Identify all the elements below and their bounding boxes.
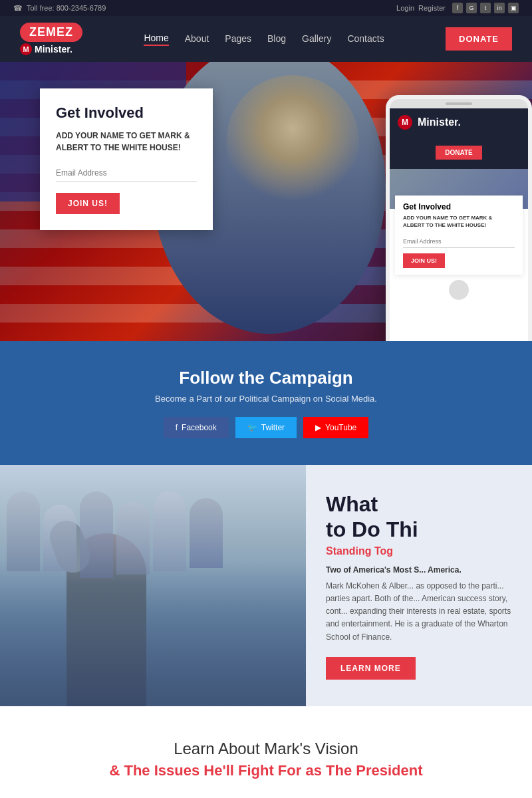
mobile-preview: M Minister. DONATE Get Involved ADD YOUR… bbox=[386, 95, 532, 341]
hero-card-title: Get Involved bbox=[56, 104, 197, 122]
twitter-label: Twitter bbox=[261, 423, 285, 432]
hero-face bbox=[226, 75, 359, 208]
mobile-email-input[interactable] bbox=[403, 235, 515, 248]
top-bar: ☎ Toll free: 800-2345-6789 Login Registe… bbox=[0, 0, 532, 16]
social-buttons: f Facebook 🐦 Twitter ▶ YouTube bbox=[13, 417, 519, 438]
mobile-join-button[interactable]: JOIN US! bbox=[403, 253, 445, 268]
vision-line1: Learn About Mark's Vision bbox=[13, 739, 519, 758]
youtube-icon: ▶ bbox=[315, 423, 321, 432]
vision-section: Learn About Mark's Vision & The Issues H… bbox=[0, 706, 532, 798]
nav-gallery[interactable]: Gallery bbox=[302, 33, 331, 45]
social-icon-twitter[interactable]: t bbox=[480, 3, 491, 13]
facebook-label: Facebook bbox=[182, 423, 217, 432]
learn-more-button[interactable]: LEARN MORE bbox=[326, 657, 416, 680]
nav-pages[interactable]: Pages bbox=[225, 33, 251, 45]
mobile-card: Get Involved ADD YOUR NAME TO GET MARK &… bbox=[395, 196, 523, 275]
logo-sub: M Minister. bbox=[20, 43, 72, 55]
what-desc-title: Two of America's Most S... America. bbox=[326, 565, 512, 575]
auth-links: Login Register bbox=[396, 4, 446, 12]
what-content: What to Do Thi Standing Tog Two of Ameri… bbox=[306, 465, 532, 706]
twitter-icon: 🐦 bbox=[247, 423, 257, 432]
top-bar-right: Login Register f G t in ▣ bbox=[396, 3, 519, 13]
nav-contacts[interactable]: Contacts bbox=[347, 33, 384, 45]
twitter-button[interactable]: 🐦 Twitter bbox=[235, 417, 297, 438]
login-link[interactable]: Login bbox=[396, 4, 414, 12]
facebook-icon: f bbox=[176, 423, 178, 432]
logo-area: ZEMEZ M Minister. bbox=[20, 23, 82, 55]
what-section: What to Do Thi Standing Tog Two of Ameri… bbox=[0, 465, 532, 706]
social-icons: f G t in ▣ bbox=[452, 3, 519, 13]
mobile-title: Minister. bbox=[418, 116, 461, 128]
what-image bbox=[0, 465, 306, 706]
mobile-donate-button[interactable]: DONATE bbox=[436, 146, 481, 160]
logo-badge[interactable]: ZEMEZ bbox=[20, 23, 82, 42]
nav-about[interactable]: About bbox=[185, 33, 209, 45]
phone-icon: ☎ bbox=[13, 4, 23, 13]
youtube-button[interactable]: ▶ YouTube bbox=[303, 417, 368, 438]
mobile-card-subtitle: ADD YOUR NAME TO GET MARK & ALBERT TO TH… bbox=[403, 214, 515, 229]
social-icon-rss[interactable]: ▣ bbox=[508, 3, 519, 13]
phone-number: Toll free: 800-2345-6789 bbox=[27, 4, 106, 12]
mobile-m-icon: M bbox=[398, 115, 412, 130]
logo-m-icon: M bbox=[20, 43, 32, 55]
what-title: What to Do Thi bbox=[326, 491, 512, 543]
facebook-button[interactable]: f Facebook bbox=[164, 417, 229, 438]
hero-section: Get Involved ADD YOUR NAME TO GET MARK &… bbox=[0, 62, 532, 341]
main-nav: Home About Pages Blog Gallery Contacts bbox=[144, 33, 384, 46]
top-bar-left: ☎ Toll free: 800-2345-6789 bbox=[13, 4, 106, 13]
header: ZEMEZ M Minister. Home About Pages Blog … bbox=[0, 16, 532, 62]
vision-line2: & The Issues He'll Fight For as The Pres… bbox=[13, 762, 519, 779]
crowd-figures bbox=[0, 485, 306, 585]
logo-subtitle: Minister. bbox=[35, 44, 72, 55]
hero-card: Get Involved ADD YOUR NAME TO GET MARK &… bbox=[40, 88, 213, 230]
campaign-title: Follow the Campaign bbox=[13, 368, 519, 388]
campaign-section: Follow the Campaign Become a Part of our… bbox=[0, 341, 532, 465]
hero-email-input[interactable] bbox=[56, 164, 197, 182]
social-icon-facebook[interactable]: f bbox=[452, 3, 463, 13]
campaign-subtitle: Become a Part of our Political Campaign … bbox=[13, 394, 519, 404]
what-subtitle: Standing Tog bbox=[326, 545, 512, 557]
mobile-home-area bbox=[390, 280, 528, 300]
nav-home[interactable]: Home bbox=[144, 33, 168, 46]
donate-button[interactable]: DONATE bbox=[446, 27, 512, 51]
what-title-line2: to Do Thi bbox=[326, 517, 418, 541]
hero-join-button[interactable]: JOIN US! bbox=[56, 193, 120, 214]
mobile-home-icon bbox=[449, 280, 469, 300]
social-icon-linkedin[interactable]: in bbox=[494, 3, 505, 13]
mobile-donate-area: DONATE bbox=[390, 136, 528, 169]
mobile-card-title: Get Involved bbox=[403, 202, 515, 211]
social-icon-google[interactable]: G bbox=[466, 3, 477, 13]
youtube-label: YouTube bbox=[325, 423, 356, 432]
what-title-line1: What bbox=[326, 492, 378, 516]
nav-blog[interactable]: Blog bbox=[267, 33, 286, 45]
mobile-header: M Minister. bbox=[390, 108, 528, 136]
what-desc: Mark McKohen & Alber... as opposed to th… bbox=[326, 580, 512, 644]
mobile-speaker-icon bbox=[446, 102, 472, 105]
register-link[interactable]: Register bbox=[418, 4, 446, 12]
hero-card-subtitle: ADD YOUR NAME TO GET MARK & ALBERT TO TH… bbox=[56, 130, 197, 154]
mobile-speaker-bar bbox=[390, 99, 528, 108]
